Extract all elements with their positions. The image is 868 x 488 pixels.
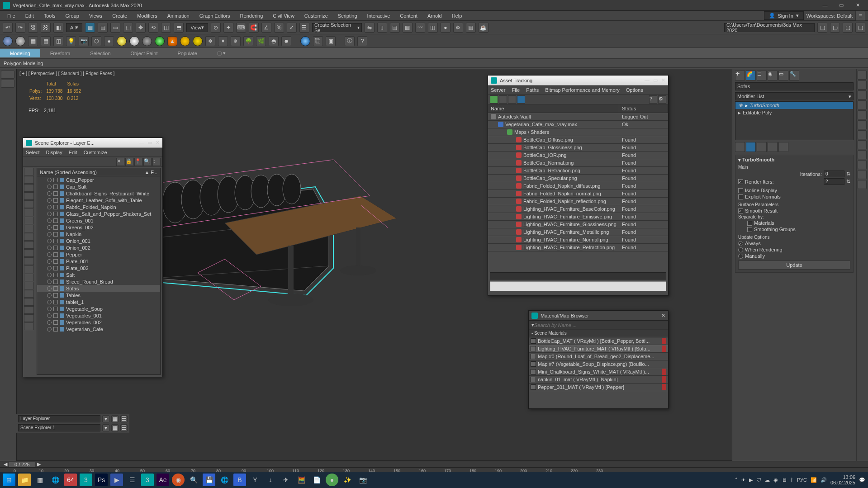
cone-icon[interactable]: ▲: [167, 36, 177, 46]
se-filter-icon[interactable]: [24, 200, 34, 208]
tray-notifications-icon[interactable]: 💬: [859, 477, 865, 483]
scene-item[interactable]: Onion_002: [37, 244, 160, 251]
right-tool-icon[interactable]: [858, 81, 867, 90]
ribbon-modeling[interactable]: Modeling: [0, 49, 40, 57]
scene-item[interactable]: Chalkboard_Signs_Restaurant_White: [37, 190, 160, 197]
se-header-name[interactable]: Name (Sorted Ascending): [40, 170, 97, 175]
shaded-icon[interactable]: ●: [104, 36, 114, 46]
se-filter-icon[interactable]: [24, 184, 34, 192]
se-pin-icon[interactable]: 📍: [134, 158, 142, 166]
keyboard-shortcut-icon[interactable]: ⌨: [236, 23, 246, 33]
3dsmax2-icon[interactable]: 3: [141, 474, 154, 486]
signin-button[interactable]: 👤 Sign In ▾: [764, 11, 804, 20]
material-category[interactable]: - Scene Materials: [529, 330, 668, 337]
asset-row[interactable]: Lighting_HVAC_Furniture_Metallic.pngFoun…: [488, 228, 668, 236]
asset-row[interactable]: BottleCap_Glossiness.pngFound: [488, 144, 668, 152]
help-icon[interactable]: ?: [357, 36, 367, 46]
se-menu-customize[interactable]: Customize: [84, 150, 107, 155]
asset-row[interactable]: BottleCap_Specular.pngFound: [488, 175, 668, 182]
workspace-selector[interactable]: Workspaces: Default: [806, 13, 853, 19]
scene-item[interactable]: Cap_Pepper: [37, 176, 160, 183]
snap-icon[interactable]: 🧲: [249, 23, 259, 33]
smooth-result-check[interactable]: [738, 208, 743, 213]
scene-item[interactable]: Vegetables_002: [37, 319, 160, 326]
scene-item[interactable]: Tables: [37, 292, 160, 298]
se-filter-icon[interactable]: [24, 322, 34, 330]
se-filter-icon[interactable]: [24, 290, 34, 298]
tray-cloud-icon[interactable]: ☁: [765, 477, 770, 483]
se-sort-icon[interactable]: ↕: [152, 158, 161, 166]
yandex-icon[interactable]: Y: [249, 474, 261, 486]
tray-telegram-icon[interactable]: ✈: [741, 477, 745, 483]
maximize-icon[interactable]: ▭: [653, 77, 658, 83]
app-icon[interactable]: 📄: [310, 474, 323, 486]
freeze-icon[interactable]: [53, 205, 58, 209]
material-row[interactable]: BottleCap_MAT ( VRayMtl ) [Bottle_Pepper…: [529, 337, 668, 345]
visibility-icon[interactable]: [47, 205, 52, 209]
freeze-icon[interactable]: [53, 212, 58, 216]
undo-icon[interactable]: ↶: [3, 23, 13, 33]
select-name-icon[interactable]: ▤: [98, 23, 108, 33]
at-status-input[interactable]: [490, 281, 666, 291]
right-tool-icon[interactable]: [858, 110, 867, 119]
named-selection-dropdown[interactable]: Create Selection Se ▾: [312, 23, 362, 32]
chrome-icon[interactable]: 🌐: [49, 474, 62, 486]
toggle-ribbon-icon[interactable]: ▦: [403, 23, 413, 33]
marquee-rect-icon[interactable]: ▭: [110, 23, 120, 33]
pivot-icon[interactable]: ⊙: [211, 23, 221, 33]
material-row[interactable]: Map #7 (Vegetable_Soup_Displace.png) [Bo…: [529, 360, 668, 368]
menu-rendering[interactable]: Rendering: [236, 12, 268, 19]
grass-icon[interactable]: 🌿: [256, 36, 266, 46]
se-filter-icon[interactable]: [24, 282, 34, 289]
scene-item[interactable]: Vegetable_Soup: [37, 305, 160, 312]
scene-item[interactable]: Onion_001: [37, 237, 160, 244]
visibility-icon[interactable]: [47, 178, 52, 182]
at-refresh-icon[interactable]: [490, 95, 498, 104]
asset-row[interactable]: Lighting_HVAC_Furniture_Emissive.pngFoun…: [488, 213, 668, 221]
tray-clock[interactable]: 13:0606.02.2025: [830, 474, 855, 485]
ribbon-populate[interactable]: Populate: [167, 49, 207, 57]
freeze-icon[interactable]: [53, 327, 58, 332]
asset-row[interactable]: Lighting_HVAC_Furniture_BaseColor.pngFou…: [488, 205, 668, 213]
snowflake-icon[interactable]: ❄: [205, 36, 215, 46]
pin-stack-icon[interactable]: [735, 142, 745, 152]
unique-icon[interactable]: [757, 142, 767, 152]
se-filter-icon[interactable]: [24, 208, 34, 216]
visibility-icon[interactable]: [47, 320, 52, 325]
scene-item[interactable]: Pepper: [37, 251, 160, 258]
menu-create[interactable]: Create: [108, 12, 132, 19]
photoshop-icon[interactable]: Ps: [95, 474, 108, 486]
menu-content[interactable]: Content: [395, 12, 422, 19]
se-menu-edit[interactable]: Edit: [69, 150, 77, 155]
grid-icon[interactable]: ▦: [28, 36, 38, 46]
manipulate-icon[interactable]: ✦: [223, 23, 233, 33]
se-filter-icon[interactable]: [24, 176, 34, 184]
hierarchy-icon[interactable]: ◫: [53, 36, 63, 46]
paste-icon[interactable]: ▣: [326, 36, 336, 46]
layer-explorer-input[interactable]: [18, 415, 100, 422]
material-row[interactable]: Pepper_001_MAT ( VRayMtl ) [Pepper]: [529, 384, 668, 391]
bind-icon[interactable]: ◧: [53, 23, 63, 33]
material-row[interactable]: napkin_01_mat ( VRayMtl ) [Napkin]: [529, 376, 668, 384]
frame-next-icon[interactable]: ▶: [37, 461, 41, 467]
scene-item[interactable]: Elegant_Leather_Sofa_with_Table: [37, 197, 160, 204]
visibility-icon[interactable]: [47, 280, 52, 284]
sep-materials-check[interactable]: [747, 221, 752, 226]
render-iters-spinner[interactable]: [824, 178, 844, 185]
at-col-name[interactable]: Name: [488, 104, 619, 113]
start-button[interactable]: ⊞: [3, 474, 15, 486]
asset-row[interactable]: Lighting_HVAC_Furniture_Refraction.pngFo…: [488, 244, 668, 251]
scene-explorer-input[interactable]: [18, 424, 100, 431]
visibility-icon[interactable]: [47, 259, 52, 264]
minimize-button[interactable]: —: [817, 1, 833, 10]
asset-row[interactable]: Lighting_HVAC_Furniture_Glossiness.pngFo…: [488, 221, 668, 228]
freeze-icon[interactable]: [53, 246, 58, 250]
sphere-green-icon[interactable]: [155, 36, 165, 46]
asset-grid-body[interactable]: Autodesk VaultLogged OutVegetarian_Cafe_…: [488, 113, 668, 271]
asset-row[interactable]: Fabric_Folded_Napkin_normal.pngFound: [488, 190, 668, 198]
asset-row[interactable]: Autodesk VaultLogged Out: [488, 113, 668, 121]
freeze-icon[interactable]: [53, 286, 58, 291]
align-icon[interactable]: ▯: [377, 23, 387, 33]
app-icon[interactable]: ▶: [110, 474, 123, 486]
menu-arnold[interactable]: Arnold: [423, 12, 446, 19]
